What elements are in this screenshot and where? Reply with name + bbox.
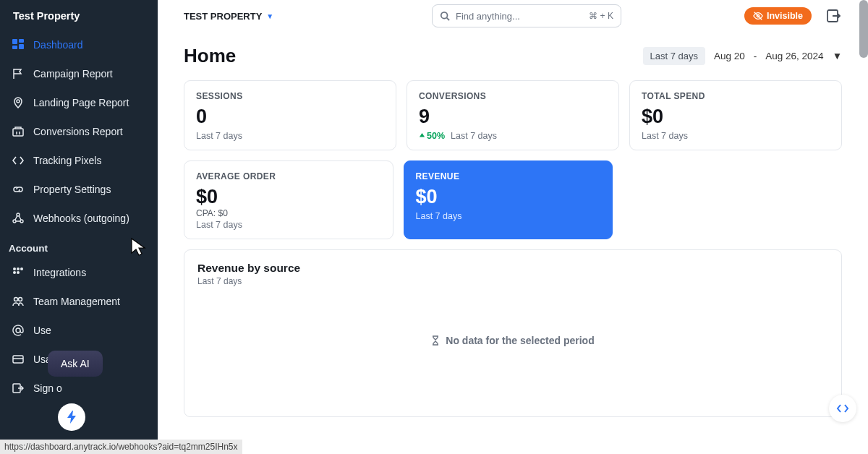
svg-rect-17 bbox=[13, 356, 23, 363]
panel-empty-state: No data for the selected period bbox=[197, 286, 828, 395]
svg-rect-5 bbox=[13, 129, 23, 136]
sidebar-item-user-email[interactable]: Use bbox=[0, 316, 158, 345]
hourglass-icon bbox=[431, 335, 440, 346]
search-icon bbox=[440, 11, 450, 21]
foot-label: Last 7 days bbox=[451, 131, 497, 141]
card-value: $0 bbox=[642, 106, 830, 128]
card-label: CONVERSIONS bbox=[419, 91, 607, 101]
card-label: AVERAGE ORDER bbox=[196, 171, 381, 181]
breadcrumb[interactable]: TEST PROPERTY ▼ bbox=[184, 11, 273, 22]
zap-fab[interactable] bbox=[58, 403, 85, 431]
flag-icon bbox=[12, 67, 25, 80]
sidebar-item-campaign-report[interactable]: Campaign Report bbox=[0, 59, 158, 88]
card-sessions[interactable]: SESSIONS 0 Last 7 days bbox=[184, 80, 396, 150]
svg-point-9 bbox=[13, 267, 16, 270]
svg-point-8 bbox=[20, 220, 23, 223]
card-total-spend[interactable]: TOTAL SPEND $0 Last 7 days bbox=[629, 80, 842, 150]
sidebar-item-dashboard[interactable]: Dashboard bbox=[0, 30, 158, 59]
date-separator: - bbox=[754, 51, 757, 61]
sidebar-item-label: Integrations bbox=[33, 267, 86, 278]
sidebar-item-label: Landing Page Report bbox=[33, 97, 129, 108]
svg-rect-2 bbox=[12, 46, 17, 49]
sidebar-item-property-settings[interactable]: Property Settings bbox=[0, 175, 158, 204]
sidebar-title: Test Property bbox=[0, 0, 158, 30]
eye-off-icon bbox=[753, 11, 763, 21]
sidebar-item-label: Property Settings bbox=[33, 184, 111, 195]
card-revenue[interactable]: REVENUE $0 Last 7 days bbox=[404, 160, 613, 239]
panel-subtitle: Last 7 days bbox=[197, 276, 828, 286]
card-footer: 50% Last 7 days bbox=[419, 131, 607, 141]
chevron-down-icon: ▼ bbox=[833, 51, 842, 61]
sidebar: Test Property Dashboard Campaign Report … bbox=[0, 0, 158, 454]
sidebar-item-label: Campaign Report bbox=[33, 68, 113, 80]
card-conversions[interactable]: CONVERSIONS 9 50% Last 7 days bbox=[407, 80, 619, 150]
svg-point-10 bbox=[17, 267, 20, 270]
card-footer: Last 7 days bbox=[196, 220, 381, 230]
svg-point-7 bbox=[13, 220, 16, 223]
delta-up: 50% bbox=[419, 131, 445, 141]
sidebar-item-conversions-report[interactable]: Conversions Report bbox=[0, 117, 158, 146]
sidebar-item-webhooks[interactable]: Webhooks (outgoing) bbox=[0, 204, 158, 233]
sidebar-section-account: Account bbox=[0, 233, 158, 258]
page-title: Home bbox=[184, 45, 236, 67]
card-value: 0 bbox=[196, 106, 384, 128]
bolt-icon bbox=[66, 411, 77, 424]
exit-icon[interactable] bbox=[826, 9, 842, 23]
sidebar-item-integrations[interactable]: Integrations bbox=[0, 258, 158, 287]
sidebar-item-label: Conversions Report bbox=[33, 126, 123, 137]
svg-rect-1 bbox=[19, 39, 24, 43]
date-start: Aug 20 bbox=[714, 51, 745, 61]
sidebar-item-tracking-pixels[interactable]: Tracking Pixels bbox=[0, 146, 158, 175]
svg-point-19 bbox=[441, 12, 448, 19]
date-end: Aug 26, 2024 bbox=[765, 51, 823, 61]
panel-title: Revenue by source bbox=[197, 262, 828, 275]
main-area: TEST PROPERTY ▼ Find anything... ⌘ + K I… bbox=[158, 0, 868, 454]
webhook-icon bbox=[12, 212, 25, 225]
card-value: $0 bbox=[196, 186, 381, 208]
svg-point-15 bbox=[19, 298, 22, 301]
dev-fab[interactable] bbox=[829, 395, 856, 422]
svg-point-14 bbox=[14, 298, 18, 301]
date-range-picker[interactable]: Last 7 days Aug 20 - Aug 26, 2024 ▼ bbox=[643, 47, 843, 65]
sidebar-item-label: Tracking Pixels bbox=[33, 155, 101, 166]
content: Home Last 7 days Aug 20 - Aug 26, 2024 ▼… bbox=[158, 32, 868, 454]
badge-label: Invisible bbox=[767, 11, 803, 21]
invisible-badge[interactable]: Invisible bbox=[744, 7, 812, 25]
svg-point-11 bbox=[20, 267, 23, 270]
card-average-order[interactable]: AVERAGE ORDER $0 CPA: $0 Last 7 days bbox=[184, 160, 393, 239]
link-icon bbox=[12, 183, 25, 196]
card-label: TOTAL SPEND bbox=[642, 91, 830, 101]
sidebar-item-label: Use bbox=[33, 325, 51, 336]
svg-rect-3 bbox=[19, 44, 24, 49]
sidebar-item-team-management[interactable]: Team Management bbox=[0, 287, 158, 316]
search-input[interactable]: Find anything... ⌘ + K bbox=[432, 4, 621, 27]
scrollbar-thumb[interactable] bbox=[859, 0, 868, 58]
empty-text: No data for the selected period bbox=[446, 335, 594, 346]
pin-icon bbox=[12, 96, 25, 109]
arrow-up-icon bbox=[419, 133, 425, 140]
svg-point-12 bbox=[13, 271, 16, 274]
sidebar-item-label: Dashboard bbox=[33, 39, 83, 51]
apps-icon bbox=[12, 266, 25, 279]
metrics-row-1: SESSIONS 0 Last 7 days CONVERSIONS 9 50%… bbox=[184, 80, 842, 150]
code-icon bbox=[836, 402, 849, 415]
sidebar-item-landing-page-report[interactable]: Landing Page Report bbox=[0, 88, 158, 117]
svg-point-4 bbox=[17, 100, 20, 103]
card-footer: Last 7 days bbox=[416, 211, 601, 221]
topbar: TEST PROPERTY ▼ Find anything... ⌘ + K I… bbox=[158, 0, 868, 32]
card-footer: Last 7 days bbox=[642, 131, 830, 141]
svg-rect-0 bbox=[12, 39, 17, 44]
card-icon bbox=[12, 353, 25, 366]
ask-ai-button[interactable]: Ask AI bbox=[48, 351, 103, 377]
card-value: $0 bbox=[416, 186, 601, 208]
team-icon bbox=[12, 295, 25, 308]
dashboard-icon bbox=[12, 38, 25, 51]
sidebar-item-label: Webhooks (outgoing) bbox=[33, 213, 129, 224]
sidebar-item-label: Team Management bbox=[33, 296, 120, 307]
signout-icon bbox=[12, 382, 25, 395]
svg-point-13 bbox=[17, 271, 20, 274]
revenue-by-source-panel: Revenue by source Last 7 days No data fo… bbox=[184, 249, 842, 417]
svg-point-16 bbox=[16, 328, 20, 333]
sidebar-item-sign-out[interactable]: Sign o bbox=[0, 374, 158, 403]
date-range-chip: Last 7 days bbox=[643, 47, 706, 65]
